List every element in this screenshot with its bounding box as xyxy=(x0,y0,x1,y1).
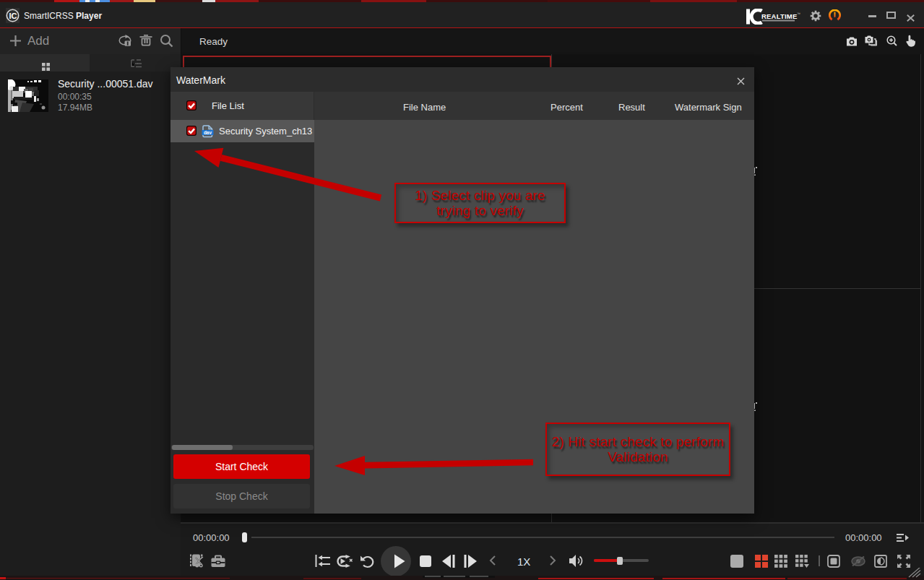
svg-text:™: ™ xyxy=(797,12,800,16)
svg-text:dav: dav xyxy=(204,130,212,135)
svg-text:IC: IC xyxy=(9,12,17,20)
svg-text:REALTIME: REALTIME xyxy=(761,12,797,20)
